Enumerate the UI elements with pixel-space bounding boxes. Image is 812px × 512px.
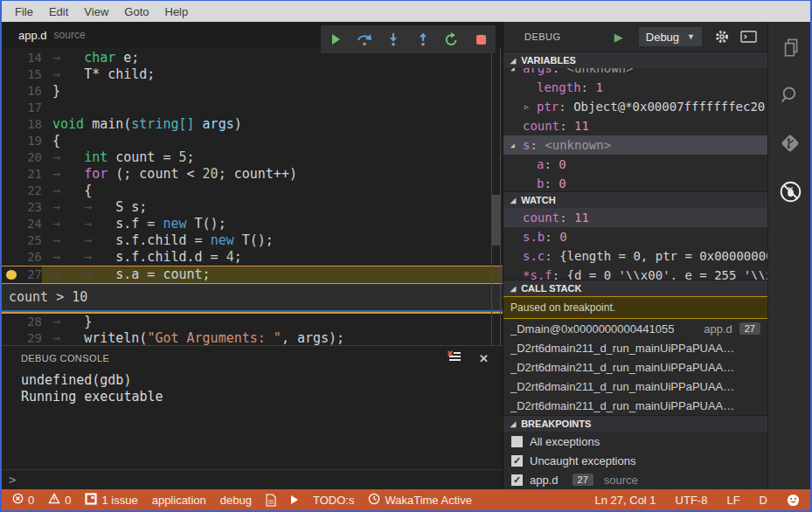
breakpoint-row[interactable]: ✓app.d27source	[503, 470, 767, 489]
document-icon[interactable]	[266, 494, 276, 507]
wakatime-status[interactable]: WakaTime Active	[368, 493, 471, 508]
gutter[interactable]: 22	[2, 183, 42, 199]
gutter[interactable]: 25	[2, 232, 42, 249]
clear-console-icon[interactable]	[447, 350, 462, 367]
gutter[interactable]: 14	[2, 50, 42, 66]
stack-frame-row[interactable]: _D2rt6dmain211_d_run_mainUiPPaPUAA…	[503, 338, 767, 357]
debug-icon[interactable]	[779, 180, 802, 207]
continue-icon[interactable]	[325, 28, 346, 51]
todos-status[interactable]: TODO:s	[313, 494, 354, 507]
gutter[interactable]: 19	[2, 133, 42, 149]
breakpoint-gutter[interactable]	[2, 100, 19, 116]
run-task-icon[interactable]	[290, 495, 299, 505]
checkbox[interactable]: ✓	[511, 455, 523, 467]
gutter[interactable]: 17	[2, 100, 42, 116]
step-out-icon[interactable]	[413, 28, 434, 51]
code-line[interactable]: 25→ → s.f.child = new T();	[2, 232, 503, 249]
scrollbar-thumb[interactable]	[492, 195, 500, 246]
stack-frame-row[interactable]: _D2rt6dmain211_d_run_mainUiPPaPUAA…	[503, 377, 767, 396]
close-console-icon[interactable]: ✕	[479, 352, 489, 365]
menu-goto[interactable]: Goto	[116, 5, 156, 18]
code-line[interactable]: 21→ for (; count < 20; count++)	[2, 166, 503, 183]
breakpoint-gutter[interactable]	[2, 149, 19, 166]
code-line[interactable]: 28→ }	[2, 314, 503, 330]
code-line[interactable]: 23→ → S s;	[2, 199, 503, 216]
feedback-smiley-icon[interactable]	[787, 494, 800, 507]
breakpoint-condition-input[interactable]: count > 10	[2, 284, 503, 310]
section-header-breakpoints[interactable]: ◢ BREAKPOINTS	[503, 415, 767, 432]
variable-row[interactable]: a: 0	[503, 155, 767, 174]
code-line[interactable]: 20→ int count = 5;	[2, 149, 503, 166]
breakpoint-gutter[interactable]	[2, 166, 19, 183]
error-count[interactable]: 0	[12, 493, 34, 507]
section-header-variables[interactable]: ◢ VARIABLES	[503, 52, 767, 68]
breakpoint-gutter[interactable]	[2, 50, 19, 66]
code-editor[interactable]: 14→ char e;15→ T* child;16}1718void main…	[2, 48, 503, 345]
code-line[interactable]: 29→ writeln("Got Arguments: ", args);	[2, 330, 503, 345]
configure-gear-icon[interactable]	[714, 29, 730, 45]
search-icon[interactable]	[779, 84, 802, 110]
variable-row[interactable]: ◢s: <unknown>	[503, 135, 767, 155]
gutter[interactable]: 29	[2, 330, 42, 345]
language-mode[interactable]: D	[760, 494, 767, 507]
eol-status[interactable]: LF	[726, 494, 739, 507]
encoding-status[interactable]: UTF-8	[676, 494, 708, 507]
menu-edit[interactable]: Edit	[41, 5, 76, 18]
gutter[interactable]: 16	[2, 83, 42, 100]
breakpoint-gutter[interactable]	[2, 116, 19, 133]
stack-frame-row[interactable]: _D2rt6dmain211_d_run_mainUiPPaPUAA…	[503, 357, 767, 377]
stack-frame-row[interactable]: _Dmain@0x0000000000441055app.d27	[503, 319, 767, 338]
watch-row[interactable]: s.c: {length = 0, ptr = 0x00000000…	[503, 246, 767, 266]
restart-icon[interactable]	[441, 28, 462, 51]
code-line[interactable]: 26→ → s.f.child.d = 4;	[2, 249, 503, 266]
gutter[interactable]: 15	[2, 66, 42, 83]
debug-config-dropdown[interactable]: Debug ▼	[639, 27, 702, 46]
step-into-icon[interactable]	[383, 28, 404, 51]
variable-row[interactable]: count: 11	[503, 116, 767, 135]
gutter[interactable]: 26	[2, 249, 42, 266]
variable-row[interactable]: ◢args: <unknown>	[503, 68, 767, 78]
checkbox[interactable]: ✓	[511, 474, 523, 486]
stop-icon[interactable]	[470, 28, 491, 51]
breakpoint-gutter[interactable]	[2, 133, 19, 149]
code-line[interactable]: 22→ {	[2, 183, 503, 199]
breakpoint-gutter[interactable]	[2, 66, 19, 83]
code-line[interactable]: 18void main(string[] args)	[2, 116, 503, 133]
gutter[interactable]: 21	[2, 166, 42, 183]
checkbox[interactable]	[511, 436, 523, 447]
debug-console-input[interactable]: >	[2, 469, 503, 489]
gutter[interactable]: 24	[2, 216, 42, 232]
source-control-icon[interactable]	[779, 132, 802, 158]
breakpoint-row[interactable]: ✓Uncaught exceptions	[503, 451, 767, 470]
issues-status[interactable]: 1 issue	[85, 493, 137, 508]
code-line[interactable]: 17	[2, 100, 503, 116]
breakpoint-row[interactable]: All exceptions	[503, 432, 767, 451]
editor-scrollbar[interactable]	[491, 48, 501, 345]
code-line[interactable]: 19{	[2, 133, 503, 149]
breakpoint-gutter[interactable]	[2, 83, 19, 100]
code-line[interactable]: 16}	[2, 83, 503, 100]
variable-row[interactable]: b: 0	[503, 174, 767, 191]
breakpoint-gutter[interactable]	[2, 266, 19, 283]
stack-frame-row[interactable]: _D2rt6dmain211_d_run_mainUiPPaPUAA…	[503, 396, 767, 415]
breakpoint-gutter[interactable]	[2, 216, 19, 232]
section-header-watch[interactable]: ◢ WATCH	[503, 191, 767, 208]
breakpoint-gutter[interactable]	[2, 249, 19, 266]
watch-row[interactable]: *s.f: {d = 0 '\\x00', e = 255 '\\x	[503, 266, 767, 280]
breakpoint-gutter[interactable]	[2, 232, 19, 249]
step-over-icon[interactable]	[354, 28, 375, 51]
breakpoint-gutter[interactable]	[2, 330, 19, 345]
menu-view[interactable]: View	[76, 5, 116, 18]
gutter[interactable]: 27	[2, 266, 42, 283]
menu-help[interactable]: Help	[157, 5, 197, 18]
code-line[interactable]: 24→ → s.f = new T();	[2, 216, 503, 232]
gutter[interactable]: 28	[2, 314, 42, 330]
menu-file[interactable]: File	[7, 5, 41, 18]
warning-count[interactable]: 0	[48, 493, 71, 507]
code-line[interactable]: 15→ T* child;	[2, 66, 503, 83]
open-console-icon[interactable]	[740, 31, 757, 43]
code-line[interactable]: 27→ → s.a = count;	[2, 266, 503, 283]
breakpoint-gutter[interactable]	[2, 314, 19, 330]
explorer-icon[interactable]	[779, 36, 802, 62]
start-debug-icon[interactable]: ▶	[614, 31, 623, 44]
